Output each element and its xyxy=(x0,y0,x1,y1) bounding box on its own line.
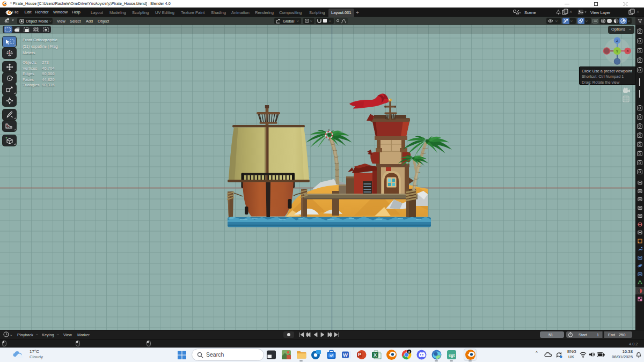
svg-text:P: P xyxy=(357,352,361,357)
svg-text:Z: Z xyxy=(616,39,618,42)
svg-text:W: W xyxy=(343,351,348,357)
svg-text:cgt: cgt xyxy=(448,352,455,357)
svg-text:Y: Y xyxy=(616,49,619,53)
svg-text:X: X xyxy=(626,49,628,53)
svg-text:X: X xyxy=(373,352,376,357)
